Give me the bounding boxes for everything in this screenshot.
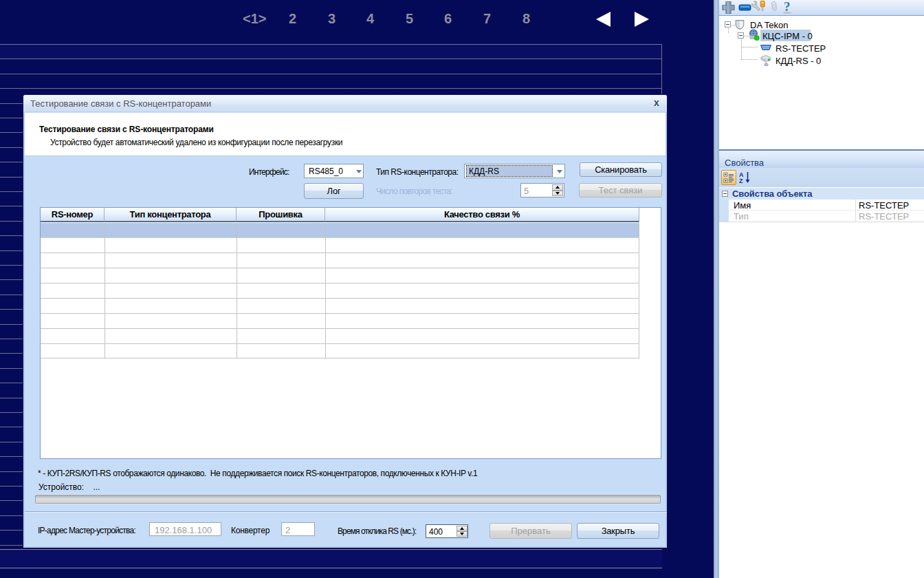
svg-text:Z: Z: [739, 178, 743, 184]
svg-text:?: ?: [784, 0, 791, 14]
